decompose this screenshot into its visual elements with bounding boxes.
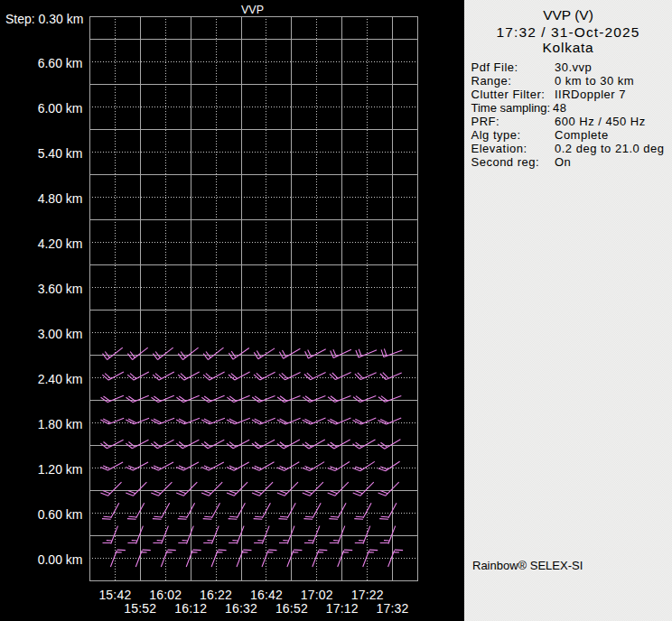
svg-text:4.80 km: 4.80 km [38,191,83,206]
svg-text:600 Hz / 450 Hz: 600 Hz / 450 Hz [555,115,646,128]
svg-text:VVP: VVP [241,4,264,16]
svg-text:30.vvp: 30.vvp [555,60,592,74]
svg-text:1.20 km: 1.20 km [38,462,83,477]
svg-text:On: On [555,155,571,169]
svg-text:6.60 km: 6.60 km [38,56,83,70]
svg-text:16:42: 16:42 [250,588,283,602]
svg-text:4.20 km: 4.20 km [38,236,83,251]
svg-text:15:52: 15:52 [124,601,156,616]
svg-text:16:52: 16:52 [275,601,308,616]
svg-text:6.00 km: 6.00 km [38,101,83,116]
svg-text:0.00 km: 0.00 km [38,552,83,567]
svg-text:0.60 km: 0.60 km [38,507,83,522]
svg-text:17:12: 17:12 [326,601,359,616]
svg-text:Clutter Filter:: Clutter Filter: [471,88,546,101]
svg-text:Kolkata: Kolkata [543,40,594,55]
svg-text:Pdf File:: Pdf File: [471,60,518,74]
svg-text:Complete: Complete [555,128,609,142]
svg-text:1.80 km: 1.80 km [38,417,83,431]
svg-text:17:22: 17:22 [351,588,384,602]
svg-text:Step: 0.30 km: Step: 0.30 km [5,12,83,26]
svg-text:17:32 / 31-Oct-2025: 17:32 / 31-Oct-2025 [497,24,640,40]
svg-text:VVP (V): VVP (V) [543,7,593,23]
svg-text:Second reg:: Second reg: [471,155,540,169]
svg-text:5.40 km: 5.40 km [38,146,83,161]
svg-text:15:42: 15:42 [98,588,131,602]
svg-text:PRF:: PRF: [471,115,500,128]
svg-text:0 km to 30 km: 0 km to 30 km [555,74,634,88]
svg-text:Alg type:: Alg type: [471,128,521,142]
svg-text:3.00 km: 3.00 km [38,327,83,341]
svg-text:Time sampling:: Time sampling: [471,101,551,115]
svg-text:Elevation:: Elevation: [471,142,527,155]
svg-text:16:02: 16:02 [149,588,182,602]
svg-text:2.40 km: 2.40 km [38,372,83,386]
svg-text:0.2 deg to 21.0 deg: 0.2 deg to 21.0 deg [555,142,665,155]
svg-text:3.60 km: 3.60 km [38,282,83,296]
svg-text:Range:: Range: [471,74,512,88]
svg-text:17:32: 17:32 [377,601,409,616]
svg-text:IIRDoppler 7: IIRDoppler 7 [555,88,626,101]
svg-text:Rainbow® SELEX-SI: Rainbow® SELEX-SI [472,559,583,572]
svg-text:16:12: 16:12 [174,601,207,616]
svg-text:48: 48 [553,101,566,115]
svg-text:16:32: 16:32 [225,601,257,616]
svg-text:17:02: 17:02 [301,588,333,602]
svg-text:16:22: 16:22 [200,588,232,602]
